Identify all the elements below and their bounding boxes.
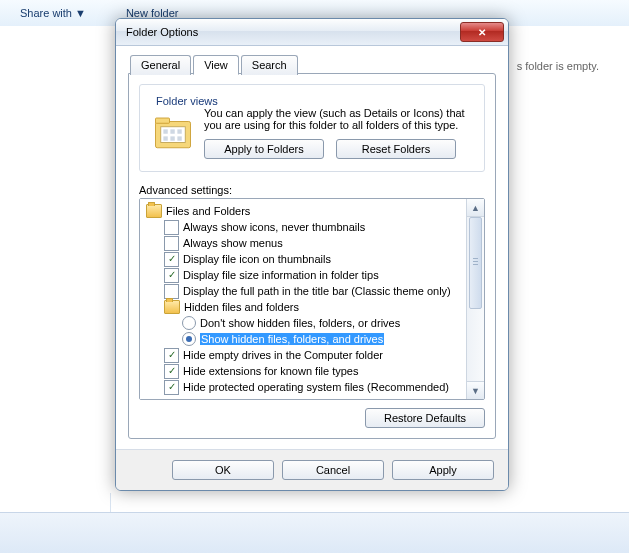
advanced-settings-tree: Files and Folders Always show icons, nev… [139, 198, 485, 400]
checkbox-icon [164, 380, 179, 395]
svg-rect-7 [170, 136, 174, 140]
checkbox-icon [164, 348, 179, 363]
radio-icon [182, 332, 196, 346]
opt-always-show-icons[interactable]: Always show icons, never thumbnails [142, 219, 464, 235]
opt-show-hidden[interactable]: Show hidden files, folders, and drives [142, 331, 464, 347]
checkbox-icon [164, 220, 179, 235]
svg-rect-3 [163, 129, 167, 133]
svg-rect-1 [156, 118, 170, 123]
opt-display-full-path[interactable]: Display the full path in the title bar (… [142, 283, 464, 299]
opt-display-file-size[interactable]: Display file size information in folder … [142, 267, 464, 283]
empty-folder-text: s folder is empty. [517, 60, 599, 72]
close-button[interactable]: ✕ [460, 22, 504, 42]
opt-dont-show-hidden[interactable]: Don't show hidden files, folders, or dri… [142, 315, 464, 331]
folder-views-group: Folder views You can apply the view (suc… [139, 84, 485, 172]
explorer-statusbar [0, 512, 629, 553]
folder-views-text: You can apply the view (such as Details … [204, 107, 472, 131]
checkbox-icon [164, 268, 179, 283]
folder-views-icon [152, 111, 194, 153]
dialog-title: Folder Options [126, 26, 460, 38]
advanced-settings-label: Advanced settings: [139, 184, 485, 196]
tab-search[interactable]: Search [241, 55, 298, 75]
svg-rect-6 [163, 136, 167, 140]
explorer-navpane [0, 26, 111, 553]
tab-view[interactable]: View [193, 55, 239, 75]
folder-icon [164, 300, 180, 314]
share-with-menu[interactable]: Share with ▼ [20, 7, 86, 19]
cancel-button[interactable]: Cancel [282, 460, 384, 480]
opt-hide-empty-drives[interactable]: Hide empty drives in the Computer folder [142, 347, 464, 363]
opt-hide-extensions[interactable]: Hide extensions for known file types [142, 363, 464, 379]
svg-rect-8 [177, 136, 181, 140]
checkbox-icon [164, 236, 179, 251]
dialog-titlebar[interactable]: Folder Options ✕ [116, 19, 508, 46]
opt-hide-protected-os[interactable]: Hide protected operating system files (R… [142, 379, 464, 395]
reset-folders-button[interactable]: Reset Folders [336, 139, 456, 159]
svg-rect-4 [170, 129, 174, 133]
scroll-down-button[interactable]: ▼ [467, 381, 484, 399]
svg-rect-5 [177, 129, 181, 133]
restore-defaults-button[interactable]: Restore Defaults [365, 408, 485, 428]
chevron-up-icon: ▲ [471, 203, 480, 213]
radio-icon [182, 316, 196, 330]
folder-options-dialog: Folder Options ✕ General View Search Fol… [115, 18, 509, 491]
opt-display-file-icon[interactable]: Display file icon on thumbnails [142, 251, 464, 267]
checkbox-icon [164, 284, 179, 299]
ok-button[interactable]: OK [172, 460, 274, 480]
scroll-thumb[interactable] [469, 217, 482, 309]
apply-to-folders-button[interactable]: Apply to Folders [204, 139, 324, 159]
tree-root-files-folders[interactable]: Files and Folders [142, 203, 464, 219]
tree-scrollbar[interactable]: ▲ ▼ [466, 199, 484, 399]
close-icon: ✕ [478, 27, 486, 38]
tab-general[interactable]: General [130, 55, 191, 75]
view-tab-panel: Folder views You can apply the view (suc… [128, 73, 496, 439]
apply-button[interactable]: Apply [392, 460, 494, 480]
checkbox-icon [164, 252, 179, 267]
chevron-down-icon: ▼ [471, 386, 480, 396]
scroll-up-button[interactable]: ▲ [467, 199, 484, 217]
folder-views-title: Folder views [152, 95, 222, 107]
tree-hidden-files[interactable]: Hidden files and folders [142, 299, 464, 315]
opt-always-show-menus[interactable]: Always show menus [142, 235, 464, 251]
checkbox-icon [164, 364, 179, 379]
tab-strip: General View Search [130, 54, 496, 74]
dialog-button-row: OK Cancel Apply [116, 449, 508, 490]
folder-icon [146, 204, 162, 218]
